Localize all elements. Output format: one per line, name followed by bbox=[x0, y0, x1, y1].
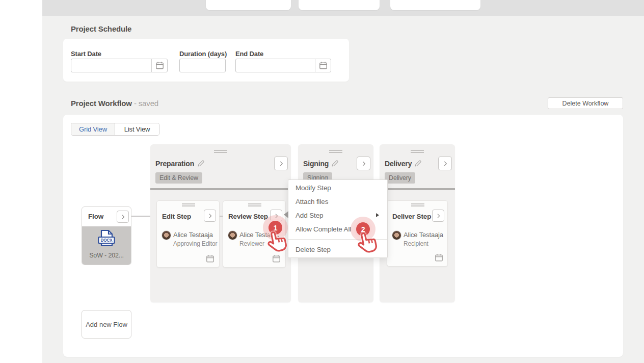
cursor-hand-icon bbox=[266, 229, 289, 256]
menu-item-attach-files[interactable]: Attach files bbox=[288, 195, 387, 209]
workflow-title-text: Project Workflow bbox=[71, 99, 132, 108]
avatar bbox=[162, 230, 171, 240]
edit-pencil-icon[interactable] bbox=[414, 160, 422, 167]
flow-file-area[interactable]: DOCX SoW - 202... bbox=[82, 226, 131, 265]
column-progress-bar bbox=[150, 188, 291, 190]
menu-item-label: Add Step bbox=[296, 212, 323, 219]
chevron-right-icon bbox=[120, 214, 126, 220]
menu-caret bbox=[284, 211, 288, 218]
svg-text:DOCX: DOCX bbox=[100, 238, 113, 243]
column-title: Preparation bbox=[155, 160, 194, 168]
workflow-saved-status: - saved bbox=[134, 99, 158, 108]
step-card-deliver[interactable]: Deliver Step Alice Testaaja Recipient bbox=[387, 200, 448, 267]
start-date-label: Start Date bbox=[71, 50, 101, 58]
partial-card bbox=[299, 0, 380, 10]
calendar-icon[interactable] bbox=[206, 254, 214, 263]
partial-card bbox=[206, 0, 291, 10]
avatar bbox=[392, 230, 401, 240]
chevron-right-icon bbox=[273, 213, 280, 219]
drag-handle-icon[interactable] bbox=[214, 150, 227, 153]
flow-card[interactable]: Flow DOCX SoW - 202... bbox=[82, 206, 131, 265]
column-expand-button[interactable] bbox=[357, 157, 370, 170]
start-date-calendar-button[interactable] bbox=[151, 59, 167, 72]
calendar-icon[interactable] bbox=[435, 253, 443, 262]
delete-workflow-button[interactable]: Delete Workflow bbox=[548, 97, 623, 109]
step-card-edit[interactable]: Edit Step Alice Testaaja Approving Edito… bbox=[156, 200, 220, 268]
step-title: Edit Step bbox=[162, 213, 191, 220]
edit-pencil-icon[interactable] bbox=[331, 160, 339, 167]
top-section-band bbox=[42, 0, 644, 16]
edit-pencil-icon[interactable] bbox=[197, 160, 205, 167]
assignee-name: Alice Testaaja bbox=[404, 231, 443, 239]
drag-handle-icon[interactable] bbox=[411, 203, 424, 206]
step-title: Review Step bbox=[228, 213, 268, 220]
drag-handle-icon[interactable] bbox=[248, 203, 261, 206]
column-expand-button[interactable] bbox=[274, 157, 288, 170]
step-title: Deliver Step bbox=[392, 213, 431, 220]
flow-title: Flow bbox=[88, 213, 103, 220]
cursor-hand-icon bbox=[356, 230, 380, 257]
assignee-role: Approving Editor bbox=[173, 240, 217, 247]
duration-label: Duration (days) bbox=[179, 50, 227, 58]
drag-handle-icon[interactable] bbox=[329, 150, 342, 153]
assignee-role: Reviewer bbox=[239, 240, 264, 247]
tab-grid-view[interactable]: Grid View bbox=[71, 123, 115, 135]
duration-input[interactable] bbox=[180, 59, 225, 72]
end-date-field[interactable] bbox=[235, 59, 331, 72]
submenu-arrow-icon bbox=[376, 213, 379, 217]
column-type-badge: Edit & Review bbox=[155, 172, 202, 184]
chevron-right-icon bbox=[360, 160, 367, 167]
calendar-icon bbox=[319, 61, 328, 70]
flow-connector-line bbox=[131, 216, 150, 217]
assignee-role: Recipient bbox=[404, 240, 428, 247]
partial-card bbox=[390, 0, 480, 10]
duration-field[interactable] bbox=[179, 59, 226, 72]
flow-file-name: SoW - 202... bbox=[89, 252, 124, 259]
chevron-right-icon bbox=[278, 160, 285, 167]
start-date-field[interactable] bbox=[71, 59, 168, 72]
chevron-right-icon bbox=[435, 213, 442, 219]
column-progress-bar bbox=[380, 188, 455, 190]
step-expand-button[interactable] bbox=[270, 210, 282, 222]
calendar-icon bbox=[155, 61, 164, 70]
column-title: Signing bbox=[303, 160, 329, 168]
tab-list-view[interactable]: List View bbox=[115, 123, 159, 135]
column-type-badge: Delivery bbox=[385, 172, 415, 184]
workflow-section-title: Project Workflow - saved bbox=[71, 99, 158, 108]
chevron-right-icon bbox=[207, 213, 213, 219]
drag-handle-icon[interactable] bbox=[182, 203, 195, 206]
schedule-card: Start Date Duration (days) End Date bbox=[63, 39, 349, 82]
step-expand-button[interactable] bbox=[432, 210, 444, 222]
menu-item-modify-step[interactable]: Modify Step bbox=[288, 181, 387, 195]
step-expand-button[interactable] bbox=[204, 210, 216, 222]
drag-handle-icon[interactable] bbox=[411, 150, 424, 153]
docx-file-icon: DOCX bbox=[97, 229, 116, 250]
add-new-flow-button[interactable]: Add new Flow bbox=[82, 310, 131, 339]
schedule-section-title: Project Schedule bbox=[71, 24, 131, 33]
end-date-calendar-button[interactable] bbox=[315, 59, 331, 72]
flow-expand-button[interactable] bbox=[117, 211, 129, 223]
chevron-right-icon bbox=[442, 160, 449, 167]
column-title: Delivery bbox=[385, 160, 412, 168]
view-tabs: Grid View List View bbox=[71, 123, 159, 136]
column-expand-button[interactable] bbox=[438, 157, 452, 170]
avatar bbox=[228, 230, 237, 240]
menu-item-add-step[interactable]: Add Step bbox=[288, 209, 387, 222]
assignee-name: Alice Testaaja bbox=[173, 231, 213, 239]
end-date-label: End Date bbox=[235, 50, 263, 58]
